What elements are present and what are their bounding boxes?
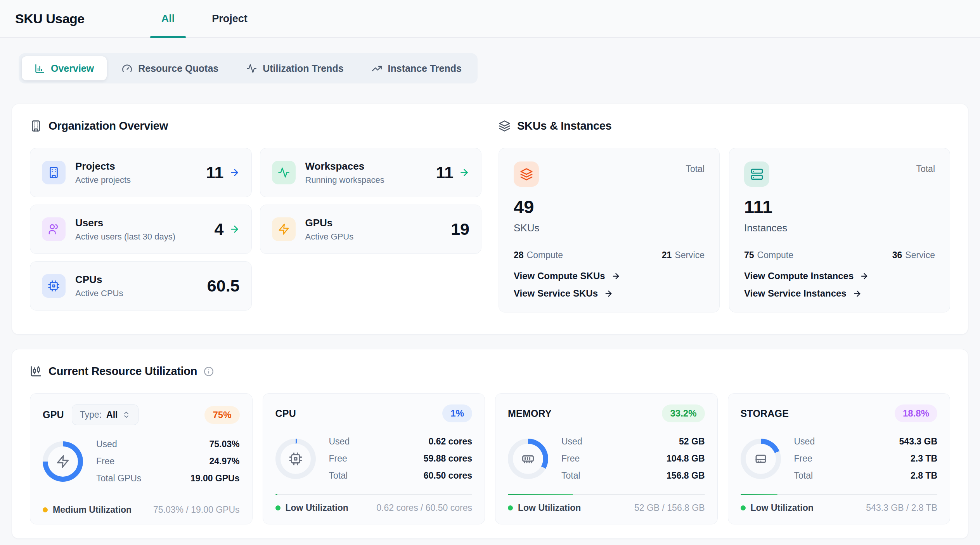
cpu-total-row: Total60.50 cores	[329, 470, 473, 481]
users-subtitle: Active users (last 30 days)	[75, 232, 175, 242]
skus-label: SKUs	[514, 222, 705, 234]
instances-label: Instances	[744, 222, 935, 234]
gauge-icon	[122, 63, 132, 74]
subtab-resource-quotas-label: Resource Quotas	[138, 63, 218, 74]
layers-icon	[499, 120, 511, 132]
users-title: Users	[75, 217, 175, 229]
gpu-status-detail: 75.03% / 19.00 GPUs	[153, 505, 239, 515]
cpu-status-label: Low Utilization	[286, 503, 348, 513]
zap-icon	[43, 441, 83, 482]
server-icon	[744, 161, 769, 187]
arrow-right-icon	[853, 289, 862, 298]
skus-instances-section: SKUs & Instances Total 49 SKUs 28Compute…	[499, 120, 950, 312]
projects-subtitle: Active projects	[75, 175, 131, 185]
view-compute-instances-link[interactable]: View Compute Instances	[744, 271, 935, 281]
storage-free-row: Free2.3 TB	[794, 453, 938, 464]
org-overview-title: Organization Overview	[48, 120, 168, 132]
org-overview-section: Organization Overview Projects Active pr…	[30, 120, 481, 312]
memory-percent-badge: 33.2%	[662, 404, 705, 422]
chevrons-up-down-icon	[122, 411, 130, 419]
cpu-status-detail: 0.62 cores / 60.50 cores	[376, 503, 472, 513]
projects-card[interactable]: Projects Active projects 11	[30, 148, 252, 197]
subtab-overview-label: Overview	[51, 63, 94, 74]
compute-legend: 28Compute	[514, 250, 563, 260]
view-compute-skus-link[interactable]: View Compute SKUs	[514, 271, 705, 281]
gpu-type-select[interactable]: Type: All	[72, 404, 139, 425]
layers-icon	[514, 161, 539, 187]
instances-total-value: 111	[744, 196, 935, 217]
projects-value: 11	[206, 163, 223, 182]
subtab-utilization-trends-label: Utilization Trends	[263, 63, 343, 74]
sku-cards: Total 49 SKUs 28Compute 21Service View C…	[499, 148, 950, 312]
users-card[interactable]: Users Active users (last 30 days) 4	[30, 205, 252, 254]
hard-drive-icon	[741, 439, 781, 479]
subtab-utilization-trends[interactable]: Utilization Trends	[234, 56, 356, 80]
status-dot	[741, 505, 746, 510]
arrow-right-icon	[229, 224, 240, 234]
memory-used-row: Used52 GB	[561, 436, 705, 447]
view-switcher: Overview Resource Quotas Utilization Tre…	[19, 53, 478, 83]
app-header: SKU Usage All Project	[0, 0, 980, 38]
org-cards: Projects Active projects 11 Workspaces R…	[30, 148, 481, 311]
storage-status-detail: 543.3 GB / 2.8 TB	[866, 503, 937, 513]
utilization-panel: Current Resource Utilization GPU Type: A…	[12, 349, 968, 539]
gpu-utilization-card: GPU Type: All 75% Used75.03% Free24.	[30, 393, 253, 524]
skus-card: Total 49 SKUs 28Compute 21Service View C…	[499, 148, 720, 312]
gpu-used-row: Used75.03%	[96, 439, 240, 450]
cpu-used-row: Used0.62 cores	[329, 436, 473, 447]
service-legend: 36Service	[892, 250, 935, 260]
memory-total-row: Total156.8 GB	[561, 470, 705, 481]
storage-used-row: Used543.3 GB	[794, 436, 938, 447]
tab-all-label: All	[161, 13, 175, 25]
subtab-overview[interactable]: Overview	[22, 56, 107, 80]
memory-status-label: Low Utilization	[518, 503, 581, 513]
gpu-free-row: Free24.97%	[96, 456, 240, 467]
workspaces-subtitle: Running workspaces	[305, 175, 384, 185]
subtab-instance-trends[interactable]: Instance Trends	[359, 56, 474, 80]
users-icon	[42, 217, 66, 241]
activity-icon	[272, 161, 296, 184]
memory-free-row: Free104.8 GB	[561, 453, 705, 464]
storage-status-label: Low Utilization	[751, 503, 814, 513]
activity-icon	[246, 63, 257, 74]
candlestick-chart-icon	[30, 365, 42, 377]
skus-total-value: 49	[514, 196, 705, 217]
storage-percent-badge: 18.8%	[895, 404, 937, 422]
cpus-title: CPUs	[75, 274, 123, 286]
storage-utilization-card: STORAGE 18.8% Used543.3 GB Free2.3 TB To…	[728, 393, 951, 524]
info-icon[interactable]	[204, 366, 214, 377]
building-icon	[30, 120, 42, 132]
gpus-title: GPUs	[305, 217, 354, 229]
arrow-right-icon	[860, 272, 869, 281]
compute-legend: 75Compute	[744, 250, 793, 260]
subtab-instance-trends-label: Instance Trends	[388, 63, 462, 74]
cpus-subtitle: Active CPUs	[75, 288, 123, 299]
view-service-instances-link[interactable]: View Service Instances	[744, 288, 935, 299]
subtab-resource-quotas[interactable]: Resource Quotas	[109, 56, 231, 80]
arrow-right-icon	[611, 272, 620, 281]
gpus-card: GPUs Active GPUs 19	[260, 205, 482, 254]
users-value: 4	[215, 220, 224, 239]
gpu-total-row: Total GPUs19.00 GPUs	[96, 473, 240, 484]
cpu-usage-ring	[275, 439, 316, 479]
projects-title: Projects	[75, 160, 131, 172]
view-service-skus-link[interactable]: View Service SKUs	[514, 288, 705, 299]
overview-panel: Organization Overview Projects Active pr…	[12, 104, 968, 335]
cpus-value: 60.5	[207, 276, 240, 295]
trending-up-icon	[372, 63, 382, 74]
gpu-status-label: Medium Utilization	[53, 505, 132, 515]
cpu-usage-bar	[275, 494, 473, 495]
gpu-percent-badge: 75%	[204, 406, 239, 424]
page-title: SKU Usage	[15, 11, 85, 26]
bar-chart-icon	[35, 63, 45, 74]
tab-project[interactable]: Project	[193, 0, 266, 37]
utilization-title: Current Resource Utilization	[48, 365, 197, 378]
service-legend: 21Service	[662, 250, 705, 260]
status-dot	[43, 507, 48, 512]
tab-all[interactable]: All	[143, 0, 194, 37]
workspaces-value: 11	[436, 163, 454, 182]
instances-card: Total 111 Instances 75Compute 36Service …	[729, 148, 950, 312]
workspaces-card[interactable]: Workspaces Running workspaces 11	[260, 148, 482, 197]
storage-usage-ring	[741, 439, 781, 479]
top-tab-bar: All Project	[143, 0, 266, 37]
